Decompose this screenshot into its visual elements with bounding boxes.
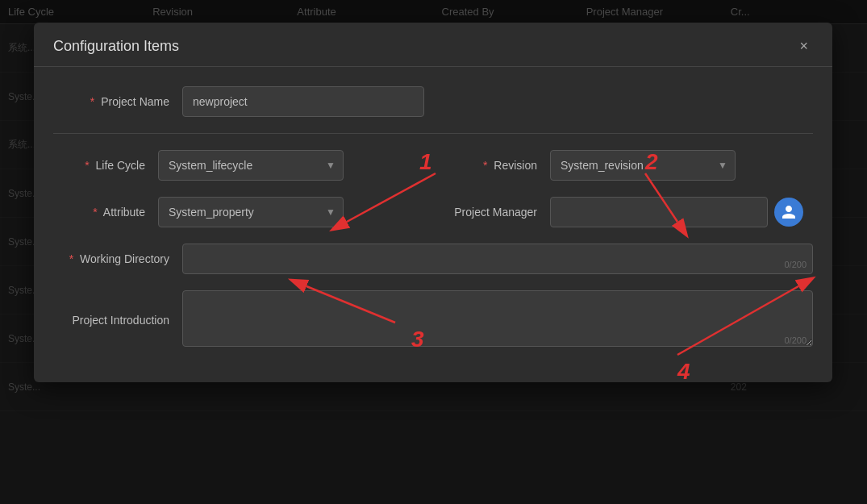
- project-intro-textarea[interactable]: [182, 290, 813, 347]
- pm-input[interactable]: [550, 197, 768, 227]
- working-directory-input[interactable]: [182, 244, 813, 274]
- pm-label: Project Manager: [445, 206, 550, 219]
- modal-title: Configuration Items: [53, 38, 179, 55]
- project-intro-label: Project Introduction: [53, 314, 182, 327]
- required-star: *: [69, 252, 73, 265]
- attribute-label: * Attribute: [53, 206, 158, 219]
- required-star: *: [93, 206, 97, 219]
- project-name-label: * Project Name: [53, 95, 182, 108]
- project-intro-textarea-wrapper: 0/200: [182, 290, 813, 350]
- attribute-col: * Attribute System_property ▼: [53, 197, 421, 227]
- person-icon: [781, 204, 797, 220]
- pm-input-wrapper: [550, 197, 803, 227]
- attribute-select-wrapper: System_property ▼: [158, 197, 344, 227]
- config-items-modal: Configuration Items × * Project Name * L…: [34, 23, 832, 382]
- attribute-select[interactable]: System_property: [158, 197, 344, 227]
- lifecycle-select[interactable]: System_lifecycle: [158, 150, 344, 181]
- required-star: *: [85, 159, 89, 172]
- modal-close-button[interactable]: ×: [794, 37, 813, 55]
- modal-header: Configuration Items ×: [34, 23, 832, 67]
- required-star: *: [90, 95, 94, 108]
- lifecycle-select-wrapper: System_lifecycle ▼: [158, 150, 344, 181]
- project-name-input[interactable]: [182, 86, 424, 117]
- working-directory-row: * Working Directory 0/200: [53, 244, 813, 274]
- lifecycle-revision-row: * Life Cycle System_lifecycle ▼ * Revisi…: [53, 150, 813, 181]
- project-name-row: * Project Name: [53, 86, 813, 134]
- working-directory-input-wrapper: 0/200: [182, 244, 813, 274]
- revision-select[interactable]: System_revision: [550, 150, 736, 181]
- revision-label: * Revision: [445, 159, 550, 172]
- working-directory-label: * Working Directory: [53, 252, 182, 265]
- required-star: *: [483, 159, 487, 172]
- modal-body: * Project Name * Life Cycle System_lifec…: [34, 67, 832, 382]
- project-intro-row: Project Introduction 0/200: [53, 290, 813, 350]
- attribute-pm-row: * Attribute System_property ▼ Project Ma…: [53, 197, 813, 227]
- pm-avatar-button[interactable]: [774, 198, 803, 227]
- revision-select-wrapper: System_revision ▼: [550, 150, 736, 181]
- pm-col: Project Manager: [445, 197, 813, 227]
- revision-col: * Revision System_revision ▼: [445, 150, 813, 181]
- lifecycle-col: * Life Cycle System_lifecycle ▼: [53, 150, 421, 181]
- lifecycle-label: * Life Cycle: [53, 159, 158, 172]
